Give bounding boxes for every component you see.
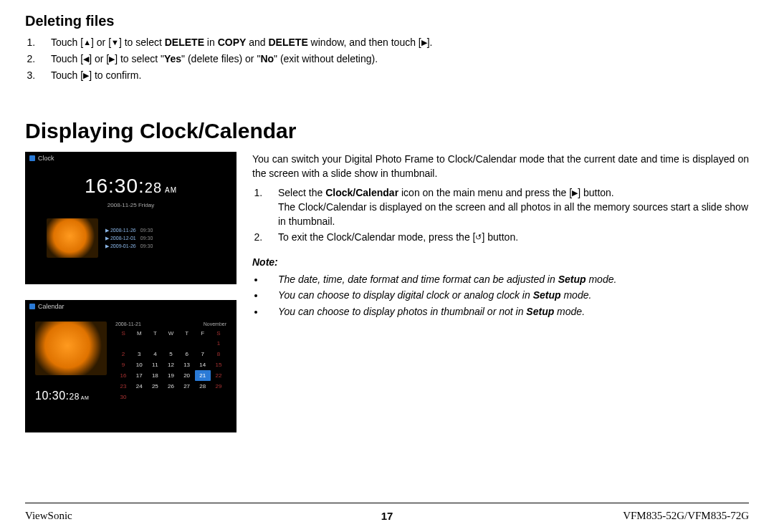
thumbnail-photo bbox=[35, 321, 107, 375]
notes-list: The date, time, date format and time for… bbox=[265, 272, 749, 319]
play-icon: ▶ bbox=[83, 72, 89, 79]
up-icon: ▲ bbox=[83, 39, 91, 47]
calendar-time: 10:30:28AM bbox=[35, 390, 107, 402]
calendar-screenshot: Calendar 10:30:28AM 2008-11-21November S… bbox=[25, 300, 236, 432]
page-number: 17 bbox=[25, 510, 749, 522]
deleting-files-steps: Touch [▲] or [▼] to select DELETE in COP… bbox=[38, 35, 749, 83]
body-text: You can switch your Digital Photo Frame … bbox=[252, 152, 749, 320]
play-icon: ▶ bbox=[421, 39, 427, 47]
screenshots-column: Clock 16:30:28AM 2008-11-25 Friday ▶ 200… bbox=[25, 152, 236, 432]
step: To exit the Clock/Calendar mode, press t… bbox=[265, 230, 749, 244]
thumbnail-photo bbox=[47, 218, 98, 258]
page-footer: ViewSonic 17 VFM835-52G/VFM835-72G bbox=[25, 510, 749, 522]
left-icon: ◀ bbox=[83, 55, 89, 63]
play-icon: ▶ bbox=[572, 189, 578, 197]
footer-rule bbox=[25, 503, 749, 503]
clock-date: 2008-11-25 Friday bbox=[25, 202, 236, 208]
calendar-icon bbox=[29, 304, 35, 309]
clock-screenshot: Clock 16:30:28AM 2008-11-25 Friday ▶ 200… bbox=[25, 152, 236, 284]
down-icon: ▼ bbox=[111, 39, 119, 47]
calendar-grid: SMTWTFS 1 2345678 9101112131415 16171819… bbox=[115, 329, 226, 402]
step: Touch [◀] or [▶] to select "Yes" (delete… bbox=[38, 52, 749, 67]
right-icon: ▶ bbox=[109, 55, 115, 63]
clock-time: 16:30:28AM bbox=[25, 175, 236, 198]
clock-icon bbox=[29, 155, 35, 161]
step: Touch [▶] to confirm. bbox=[38, 68, 749, 83]
schedule-list: ▶ 2008-11-2609:30 ▶ 2008-12-0109:30 ▶ 20… bbox=[105, 226, 153, 251]
clock-calendar-heading: Displaying Clock/Calendar bbox=[25, 119, 749, 143]
intro-paragraph: You can switch your Digital Photo Frame … bbox=[252, 152, 749, 181]
step: Touch [▲] or [▼] to select DELETE in COP… bbox=[38, 35, 749, 50]
deleting-files-heading: Deleting files bbox=[25, 13, 749, 29]
step: Select the Clock/Calendar icon on the ma… bbox=[265, 185, 749, 229]
note-heading: Note: bbox=[252, 255, 749, 269]
return-icon: ↺ bbox=[475, 233, 482, 241]
